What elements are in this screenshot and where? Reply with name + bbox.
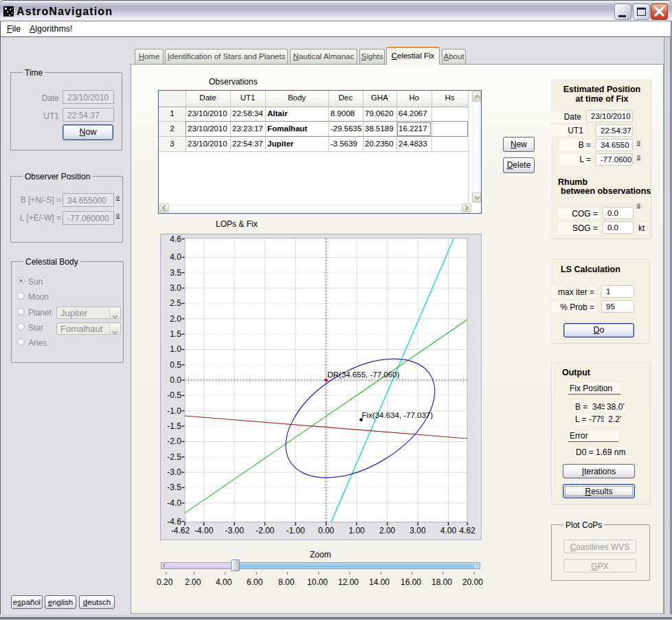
svg-text:-3.5: -3.5 xyxy=(167,483,181,492)
svg-text:4.62: 4.62 xyxy=(459,526,475,535)
svg-text:-4.0: -4.0 xyxy=(167,498,181,508)
svg-text:1.00: 1.00 xyxy=(348,526,365,535)
svg-text:3.5: 3.5 xyxy=(170,268,181,278)
svg-text:0.0: 0.0 xyxy=(170,375,181,385)
svg-text:-1.0: -1.0 xyxy=(167,406,181,416)
svg-text:2.5: 2.5 xyxy=(170,298,181,308)
svg-text:-2.00: -2.00 xyxy=(256,526,275,535)
svg-text:4.00: 4.00 xyxy=(440,526,457,535)
svg-text:-4.00: -4.00 xyxy=(194,526,214,535)
svg-text:DR(34.655, -77.060): DR(34.655, -77.060) xyxy=(328,370,400,379)
svg-text:-3.00: -3.00 xyxy=(225,526,245,535)
svg-text:1.0: 1.0 xyxy=(170,344,181,354)
svg-text:1.5: 1.5 xyxy=(170,329,181,339)
svg-text:-1.5: -1.5 xyxy=(167,421,181,431)
svg-text:2.0: 2.0 xyxy=(170,314,181,324)
svg-text:-2.0: -2.0 xyxy=(167,436,181,446)
svg-text:3.0: 3.0 xyxy=(170,283,181,293)
svg-text:4.0: 4.0 xyxy=(170,252,181,262)
svg-text:-1.00: -1.00 xyxy=(286,526,305,535)
svg-text:4.6: 4.6 xyxy=(170,234,181,244)
svg-text:3.00: 3.00 xyxy=(410,526,426,535)
svg-text:-2.5: -2.5 xyxy=(167,452,181,462)
svg-text:-4.6: -4.6 xyxy=(167,517,181,527)
svg-text:0.00: 0.00 xyxy=(318,526,335,535)
svg-text:-4.62: -4.62 xyxy=(171,526,190,535)
svg-text:0.5: 0.5 xyxy=(170,360,181,370)
svg-text:Fix(34.634, -77.037): Fix(34.634, -77.037) xyxy=(362,411,434,419)
svg-text:2.00: 2.00 xyxy=(379,526,396,535)
svg-text:-3.0: -3.0 xyxy=(167,467,181,477)
svg-text:-0.5: -0.5 xyxy=(167,390,181,400)
